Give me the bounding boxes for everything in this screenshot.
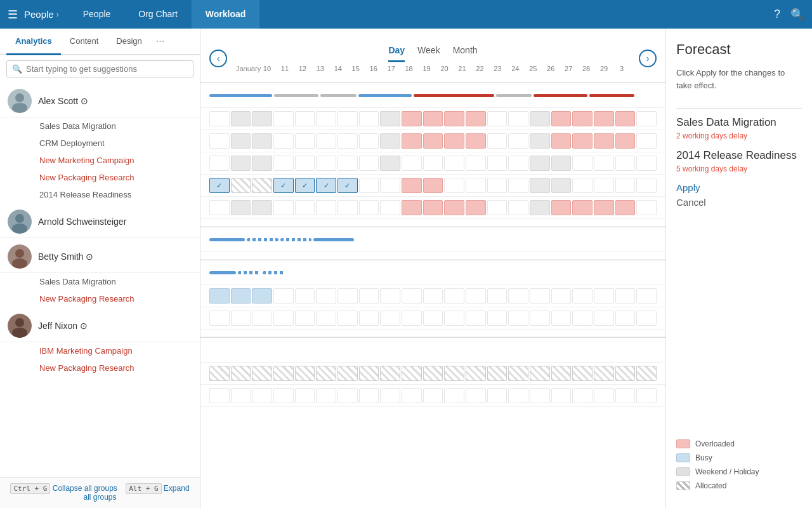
ctrl-g-shortcut: Ctrl + G: [10, 483, 50, 494]
legend-weekend: Weekend / Holiday: [676, 467, 802, 476]
legend-box-weekend: [676, 467, 690, 476]
people-list: Alex Scott ⊙ Sales Data Migration CRM De…: [0, 83, 200, 477]
person-name-jeff: Jeff Nixon ⊙: [38, 321, 88, 331]
calendar-header: ‹ Day Week Month January 10 11 12 13 14 …: [200, 29, 665, 83]
main-layout: Analytics Content Design ··· 🔍 Ale: [0, 29, 812, 508]
next-btn[interactable]: ›: [639, 50, 657, 67]
forecast-note: Click Apply for the changes to take effe…: [676, 67, 802, 91]
gantt-task-release: [200, 197, 665, 219]
person-row-betty[interactable]: Betty Smith ⊙: [0, 238, 200, 273]
center-panel: ‹ Day Week Month January 10 11 12 13 14 …: [200, 29, 666, 508]
legend-label-busy: Busy: [695, 453, 712, 462]
search-box: 🔍: [6, 60, 193, 77]
legend-allocated: Allocated: [676, 481, 802, 490]
day-tab-week[interactable]: Week: [417, 45, 440, 62]
legend-box-busy: [676, 453, 690, 462]
nav-right-icons: ? 🔍: [774, 8, 804, 22]
search-icon: 🔍: [12, 64, 22, 74]
gantt-person-jeff: [200, 337, 665, 363]
legend-box-hatched: [676, 481, 690, 490]
legend-label-weekend: Weekend / Holiday: [695, 467, 759, 476]
task-row[interactable]: New Packaging Research: [0, 290, 200, 307]
avatar-arnold: [8, 210, 32, 234]
legend-label-allocated: Allocated: [695, 481, 726, 490]
search-nav-icon[interactable]: 🔍: [790, 8, 804, 22]
gantt-person-alex: [200, 83, 665, 108]
tab-design[interactable]: Design: [107, 29, 150, 55]
prev-btn[interactable]: ‹: [209, 50, 227, 67]
gantt-task-marketing: [200, 152, 665, 175]
forecast-item-1: 2014 Release Readiness 5 working days de…: [676, 149, 802, 182]
person-name-alex: Alex Scott ⊙: [38, 96, 88, 106]
person-name-arnold: Arnold Schweinsteiger: [38, 217, 126, 227]
gantt-task-sales: [200, 108, 665, 130]
help-icon[interactable]: ?: [774, 8, 780, 22]
svg-point-11: [12, 328, 27, 338]
task-row[interactable]: Sales Data Migration: [0, 273, 200, 290]
svg-point-5: [12, 224, 27, 234]
person-row-arnold[interactable]: Arnold Schweinsteiger: [0, 203, 200, 238]
svg-point-4: [15, 214, 24, 223]
forecast-title: Forecast: [676, 41, 802, 58]
task-row[interactable]: CRM Deployment: [0, 135, 200, 152]
tab-more[interactable]: ···: [151, 29, 169, 53]
legend-box-overloaded: [676, 439, 690, 448]
gantt-spacer-arnold: [200, 219, 665, 227]
gantt-area: ✓ ✓ ✓ ✓ ✓: [200, 83, 665, 508]
apply-button[interactable]: Apply: [676, 182, 802, 193]
tab-analytics[interactable]: Analytics: [6, 29, 61, 55]
forecast-item-0: Sales Data Migration 2 working days dela…: [676, 116, 802, 149]
forecast-item-title-0: Sales Data Migration: [676, 116, 802, 129]
svg-point-7: [15, 249, 24, 258]
svg-point-10: [15, 318, 24, 327]
nav-item-orgchart[interactable]: Org Chart: [124, 0, 191, 29]
legend-label-overloaded: Overloaded: [695, 439, 735, 448]
collapse-link[interactable]: Collapse all groups: [53, 484, 117, 493]
forecast-item-title-1: 2014 Release Readiness: [676, 149, 802, 162]
right-panel: Forecast Click Apply for the changes to …: [666, 29, 812, 508]
person-row-alex[interactable]: Alex Scott ⊙: [0, 83, 200, 117]
bottom-bar: Ctrl + G Collapse all groups Alt + G Exp…: [0, 477, 200, 508]
gantt-jeff-packaging: [200, 385, 665, 407]
avatar-jeff: [8, 314, 32, 338]
task-row[interactable]: New Packaging Research: [0, 359, 200, 377]
legend-overloaded: Overloaded: [676, 439, 802, 448]
gantt-betty-packaging: [200, 307, 665, 330]
task-row[interactable]: New Marketing Campaign: [0, 152, 200, 169]
nav-item-workload[interactable]: Workload: [192, 0, 260, 29]
forecast-item-delay-0: 2 working days delay: [676, 131, 802, 140]
nav-item-people[interactable]: People: [69, 0, 125, 29]
gantt-task-packaging-alex: ✓ ✓ ✓ ✓ ✓: [200, 175, 665, 197]
task-row[interactable]: Sales Data Migration: [0, 117, 200, 135]
day-tabs: Day Week Month: [388, 45, 477, 62]
avatar-betty: [8, 244, 32, 269]
nav-brand[interactable]: People: [24, 9, 54, 20]
tab-content[interactable]: Content: [61, 29, 108, 55]
person-row-jeff[interactable]: Jeff Nixon ⊙: [0, 307, 200, 342]
gantt-person-arnold: [200, 227, 665, 252]
cancel-button[interactable]: Cancel: [676, 197, 802, 208]
gantt-spacer-betty: [200, 252, 665, 260]
gantt-task-crm: [200, 130, 665, 152]
legend-busy: Busy: [676, 453, 802, 462]
task-row[interactable]: 2014 Release Readiness: [0, 186, 200, 203]
legend: Overloaded Busy Weekend / Holiday Alloca…: [676, 427, 802, 495]
month-label: January: [236, 65, 259, 72]
person-name-betty: Betty Smith ⊙: [38, 251, 93, 262]
search-input[interactable]: [26, 64, 188, 74]
top-nav: ☰ People › People Org Chart Workload ? 🔍: [0, 0, 812, 29]
gantt-person-betty: [200, 260, 665, 285]
day-tab-month[interactable]: Month: [453, 45, 478, 62]
forecast-item-delay-1: 5 working days delay: [676, 164, 802, 173]
gantt-jeff-ibm: [200, 363, 665, 385]
svg-point-8: [12, 258, 27, 269]
day-tab-day[interactable]: Day: [388, 45, 405, 62]
svg-point-1: [15, 93, 24, 102]
task-row[interactable]: New Packaging Research: [0, 169, 200, 186]
avatar-alex: [8, 89, 32, 113]
task-row[interactable]: IBM Marketing Campaign: [0, 342, 200, 359]
hamburger-icon[interactable]: ☰: [8, 8, 18, 22]
alt-g-shortcut: Alt + G: [126, 483, 161, 494]
breadcrumb-chevron: ›: [56, 10, 59, 19]
svg-point-2: [12, 103, 27, 113]
